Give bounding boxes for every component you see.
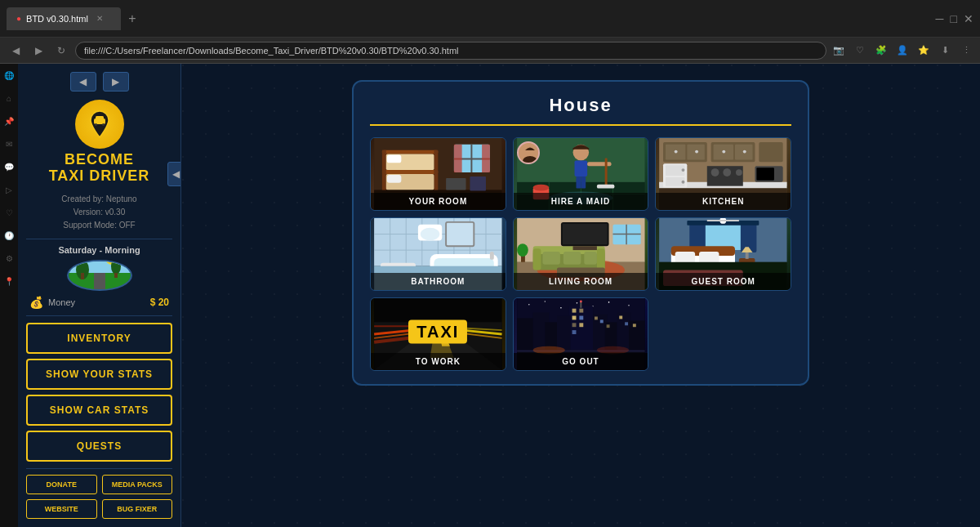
- bookmark-icon[interactable]: ⭐: [916, 43, 931, 58]
- browser-nav-bar: ◀ ▶ ↻ file:///C:/Users/Freelancer/Downlo…: [0, 38, 980, 64]
- sidebar-forward-btn[interactable]: ▶: [103, 72, 129, 92]
- taxi-logo-svg: [85, 109, 114, 139]
- svg-point-151: [528, 304, 530, 306]
- refresh-btn[interactable]: ↻: [52, 42, 70, 60]
- browser-chrome: ● BTD v0.30.html ✕ + ─ □ ✕: [0, 0, 980, 38]
- svg-rect-165: [572, 330, 576, 334]
- svg-rect-109: [584, 252, 597, 265]
- sidebar-collapse-btn[interactable]: ◀: [167, 162, 181, 186]
- window-controls: ─ □ ✕: [936, 12, 973, 25]
- forward-btn[interactable]: ▶: [29, 42, 47, 60]
- money-bar: 💰 Money $ 20: [26, 296, 172, 309]
- svg-rect-107: [542, 252, 560, 265]
- pin-icon[interactable]: 📌: [2, 114, 16, 127]
- download-icon[interactable]: ⬇: [938, 43, 952, 58]
- svg-rect-181: [633, 324, 636, 327]
- account-icon[interactable]: 👤: [895, 43, 910, 58]
- website-btn[interactable]: WEBSITE: [26, 499, 97, 519]
- taxi-to-work-label: TO WORK: [371, 353, 506, 370]
- svg-point-60: [675, 150, 678, 154]
- main-content: House: [181, 64, 980, 527]
- your-room-label: YOUR ROOM: [371, 193, 506, 210]
- game-container: 🌐 ⌂ 📌 ✉ 💬 ▷ ♡ 🕐 ⚙ 📍 ◀ ▶ ◀: [0, 64, 980, 527]
- svg-point-70: [682, 181, 685, 184]
- logo-text: BECOME TAXI DRIVER: [49, 152, 150, 185]
- svg-rect-176: [595, 316, 598, 319]
- svg-point-167: [580, 300, 582, 302]
- extensions-icon[interactable]: 🧩: [874, 43, 889, 58]
- heart-icon[interactable]: ♡: [853, 43, 867, 58]
- tab-close-btn[interactable]: ✕: [96, 14, 103, 23]
- house-title: House: [370, 95, 791, 126]
- clock-icon[interactable]: 🕐: [2, 229, 16, 242]
- guest-room-card[interactable]: GUEST ROOM: [655, 217, 791, 291]
- svg-rect-20: [387, 155, 402, 163]
- heart-left-icon[interactable]: ♡: [2, 206, 16, 219]
- svg-rect-106: [597, 248, 605, 270]
- svg-point-69: [682, 168, 685, 172]
- money-icon: 💰: [29, 296, 43, 309]
- home-icon[interactable]: ⌂: [2, 92, 16, 105]
- new-tab-btn[interactable]: +: [124, 11, 140, 27]
- play-icon[interactable]: ▷: [2, 183, 16, 196]
- go-out-card[interactable]: GO OUT: [513, 297, 649, 371]
- svg-point-152: [544, 301, 546, 302]
- browser-icon[interactable]: 🌐: [2, 69, 16, 82]
- sidebar-back-btn[interactable]: ◀: [70, 72, 96, 92]
- svg-rect-177: [599, 319, 603, 323]
- menu-icon[interactable]: ⋮: [959, 43, 973, 58]
- chat-icon[interactable]: 💬: [2, 160, 16, 173]
- camera-icon[interactable]: 📷: [831, 43, 846, 58]
- svg-rect-163: [572, 323, 576, 327]
- svg-rect-26: [482, 145, 490, 172]
- svg-rect-21: [387, 175, 402, 183]
- show-your-stats-btn[interactable]: SHOW YOUR STATS: [26, 359, 172, 390]
- browser-left-icons: 🌐 ⌂ 📌 ✉ 💬 ▷ ♡ 🕐 ⚙ 📍: [0, 64, 18, 527]
- your-room-card[interactable]: YOUR ROOM: [370, 137, 506, 211]
- svg-rect-97: [446, 222, 474, 246]
- settings-left-icon[interactable]: ⚙: [2, 252, 16, 265]
- close-icon[interactable]: ✕: [964, 12, 973, 25]
- meta-info: Created by: Neptuno Version: v0.30 Suppo…: [61, 193, 136, 232]
- show-car-stats-btn[interactable]: SHOW CAR STATS: [26, 395, 172, 426]
- inventory-btn[interactable]: INVENTORY: [26, 323, 172, 354]
- taxi-to-work-card[interactable]: TAXI TO WORK: [370, 297, 506, 371]
- svg-point-72: [711, 168, 719, 176]
- guest-room-label: GUEST ROOM: [656, 273, 791, 290]
- svg-rect-113: [572, 246, 596, 250]
- svg-rect-44: [581, 176, 586, 189]
- active-tab[interactable]: ● BTD v0.30.html ✕: [7, 7, 121, 30]
- svg-rect-164: [579, 323, 583, 327]
- back-btn[interactable]: ◀: [7, 42, 24, 60]
- address-text: file:///C:/Users/Freelancer/Downloads/Be…: [84, 46, 459, 56]
- svg-rect-39: [574, 160, 587, 176]
- donate-btn[interactable]: DONATE: [26, 475, 97, 494]
- svg-rect-105: [532, 248, 541, 270]
- bathroom-label: BATHROOM: [371, 273, 506, 290]
- svg-rect-108: [563, 252, 581, 265]
- hire-maid-card[interactable]: HIRE A MAID: [513, 137, 649, 211]
- tab-bar: ● BTD v0.30.html ✕ +: [7, 7, 931, 30]
- minimize-icon[interactable]: ─: [936, 12, 944, 25]
- media-packs-btn[interactable]: MEDIA PACKS: [102, 475, 173, 494]
- address-bar[interactable]: file:///C:/Users/Freelancer/Downloads/Be…: [75, 42, 826, 60]
- kitchen-card[interactable]: KITCHEN: [655, 137, 791, 211]
- bug-fixer-btn[interactable]: BUG FIXER: [102, 499, 173, 519]
- svg-rect-15: [382, 170, 438, 174]
- nav-icons: 📷 ♡ 🧩 👤 ⭐ ⬇ ⋮: [831, 43, 973, 58]
- svg-point-154: [576, 302, 577, 304]
- money-value: $ 20: [150, 297, 169, 308]
- location-icon[interactable]: 📍: [2, 275, 16, 288]
- svg-point-73: [724, 168, 732, 176]
- quests-btn[interactable]: QUESTS: [26, 431, 172, 462]
- restore-icon[interactable]: □: [951, 12, 957, 25]
- tab-title: BTD v0.30.html: [26, 14, 88, 24]
- svg-point-3: [102, 123, 105, 126]
- svg-rect-91: [490, 252, 494, 260]
- svg-rect-178: [606, 324, 609, 328]
- kitchen-label: KITCHEN: [656, 193, 791, 210]
- bathroom-card[interactable]: BATHROOM: [370, 217, 506, 291]
- svg-rect-112: [563, 224, 608, 244]
- mail-icon[interactable]: ✉: [2, 137, 16, 150]
- living-room-card[interactable]: LIVING ROOM: [513, 217, 649, 291]
